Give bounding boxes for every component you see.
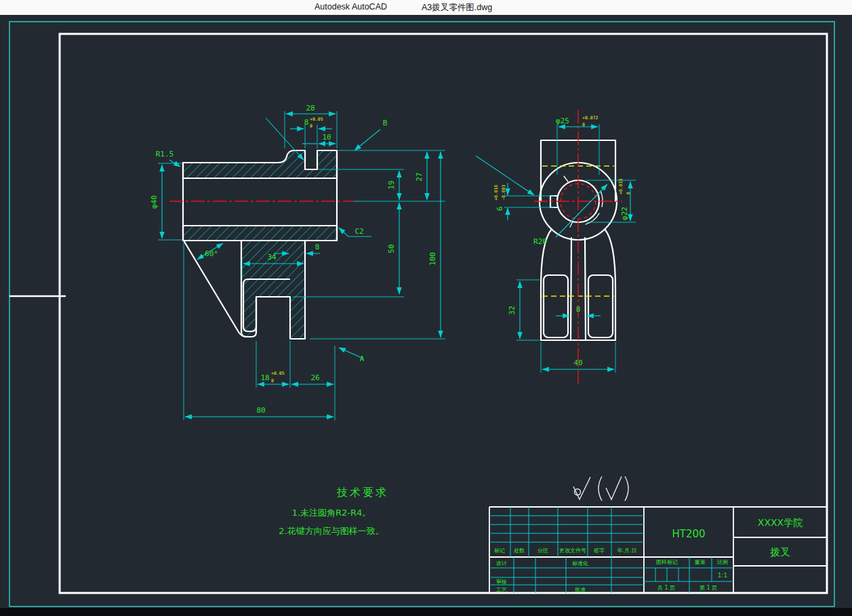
scale-value: 1:1 bbox=[718, 572, 727, 579]
dim-label: φ22 bbox=[620, 207, 629, 220]
tb-label: 比例 bbox=[717, 559, 728, 565]
dim-label: C2 bbox=[354, 227, 363, 236]
paren-right-icon bbox=[625, 476, 628, 501]
dim-label: φ25 bbox=[556, 117, 569, 125]
autocad-window: φ40 R1.5 28 8 +0.05 0 10 bbox=[0, 0, 852, 616]
tolerance-label: 0 bbox=[271, 378, 274, 384]
dim-label: 60° bbox=[205, 249, 218, 258]
dim-label: 10 bbox=[322, 133, 331, 142]
bottom-strip bbox=[0, 608, 852, 616]
dim-label: 26 bbox=[310, 373, 319, 382]
tolerance-label: +0.05 bbox=[310, 117, 323, 122]
surface-finish-symbols bbox=[573, 476, 628, 501]
tb-label: 批准 bbox=[575, 587, 586, 593]
tech-requirements: 技术要求 1.未注圆角R2-R4。 2.花键方向应与图样一致。 bbox=[279, 486, 388, 536]
dim-label: 32 bbox=[508, 306, 516, 314]
material-value: HT200 bbox=[672, 528, 705, 540]
sheet-no: 第 1 页 bbox=[699, 585, 717, 591]
tb-label: 重量 bbox=[694, 559, 706, 565]
tolerance-label: +0.016 bbox=[493, 184, 499, 201]
dim-label: 34 bbox=[267, 253, 277, 262]
spline-major-arc-2 bbox=[586, 213, 599, 224]
dim-label: R1.5 bbox=[156, 150, 174, 159]
dim-label: 80 bbox=[256, 406, 265, 415]
window-titlebar: Autodesk AutoCAD A3拨叉零件图.dwg bbox=[0, 0, 852, 15]
tolerance-label: 0 bbox=[626, 192, 631, 194]
dim-label: 8 bbox=[304, 118, 309, 127]
right-leg-face bbox=[588, 275, 613, 337]
drawing-canvas: φ40 R1.5 28 8 +0.05 0 10 bbox=[0, 0, 852, 616]
tb-label: 设计 bbox=[496, 560, 507, 567]
left-leg-face bbox=[544, 275, 568, 337]
tech-req-title: 技术要求 bbox=[336, 486, 388, 499]
tolerance-label: +0.033 bbox=[618, 178, 624, 194]
tb-label: 年.月.日 bbox=[617, 548, 636, 554]
paren-left-icon bbox=[599, 476, 602, 501]
dim-label: 8 bbox=[315, 243, 320, 251]
dim-label: 27 bbox=[415, 172, 424, 181]
dim-label: 19 bbox=[387, 180, 396, 189]
outer-border bbox=[9, 22, 834, 607]
view-label-b: B bbox=[383, 119, 388, 127]
tb-label: 工艺 bbox=[496, 587, 507, 593]
right-waist bbox=[605, 229, 615, 340]
stem-right-edge bbox=[585, 238, 586, 340]
tolerance-label: +0.072 bbox=[582, 115, 599, 121]
front-view: φ40 R1.5 28 8 +0.05 0 10 bbox=[150, 104, 445, 420]
app-title: Autodesk AutoCAD bbox=[315, 2, 387, 12]
document-title: A3拨叉零件图.dwg bbox=[422, 2, 492, 14]
stem-left-edge bbox=[571, 238, 571, 340]
tech-req-item: 2.花键方向应与图样一致。 bbox=[279, 526, 384, 536]
dim-label: 6 bbox=[495, 207, 504, 211]
sheet-borders bbox=[9, 22, 834, 607]
company-name: XXXX学院 bbox=[758, 517, 803, 528]
part-name: 拨叉 bbox=[770, 546, 790, 558]
tolerance-label: -0.003 bbox=[501, 184, 506, 201]
dim-label: 100 bbox=[428, 252, 437, 266]
tolerance-label: +0.05 bbox=[271, 371, 285, 376]
dim-label: 50 bbox=[387, 244, 396, 253]
roughness-check-icon bbox=[606, 476, 622, 499]
dim-label: φ40 bbox=[150, 195, 159, 209]
tolerance-label: 0 bbox=[582, 122, 585, 127]
tb-label: 标准化 bbox=[572, 560, 588, 567]
tb-label: 更改文件号 bbox=[559, 548, 586, 554]
tb-label: 审核 bbox=[496, 579, 507, 585]
tb-label: 处数 bbox=[514, 548, 525, 554]
tb-label: 图样标记 bbox=[656, 559, 678, 565]
dim-label: 28 bbox=[306, 104, 315, 112]
roughness-symbol-icon bbox=[573, 477, 590, 499]
tolerance-label: 0 bbox=[310, 123, 312, 129]
tb-label: 分区 bbox=[537, 548, 548, 554]
side-view: φ25 +0.072 0 6 +0.016 -0.003 φ22 +0.033 … bbox=[476, 110, 636, 385]
tb-label: 标记 bbox=[494, 548, 505, 554]
hub-bottom-wall bbox=[183, 226, 337, 241]
tech-req-item: 1.未注圆角R2-R4。 bbox=[292, 508, 371, 518]
hub-top-wall bbox=[183, 150, 337, 178]
dim-label: 8 bbox=[576, 305, 581, 314]
dim-label: R20 bbox=[533, 237, 547, 246]
inner-frame bbox=[60, 34, 827, 593]
view-label-a: A bbox=[360, 354, 365, 363]
title-block: 标记 处数 分区 更改文件号 签字 年.月.日 设计 标准化 审核 工艺 批准 … bbox=[489, 507, 827, 593]
tb-label: 签字 bbox=[594, 548, 605, 554]
sheet-total: 共 1 页 bbox=[657, 585, 675, 591]
dim-label: 18 bbox=[260, 373, 269, 382]
dim-label: 40 bbox=[573, 358, 582, 367]
spline-major-arc-1 bbox=[601, 191, 603, 207]
